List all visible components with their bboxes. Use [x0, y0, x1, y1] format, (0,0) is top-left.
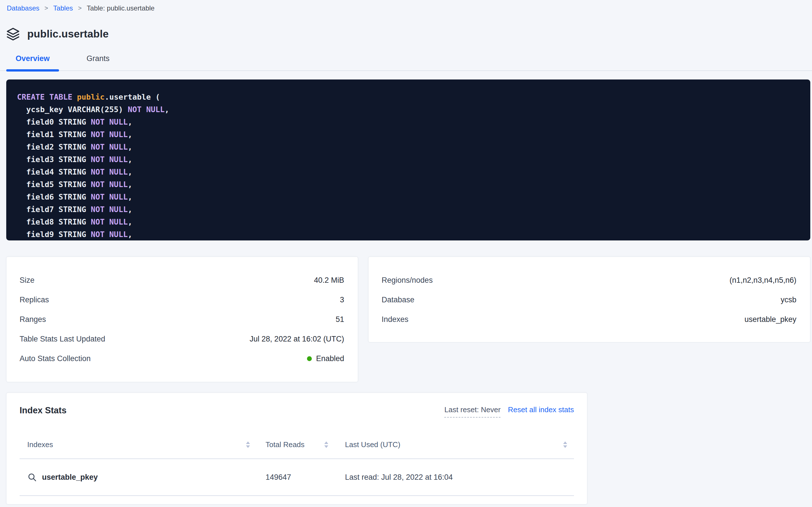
sort-arrows-icon[interactable] — [563, 441, 567, 448]
sql-code-line: field5 STRING NOT NULL, — [17, 178, 805, 191]
summary-value: 51 — [336, 315, 344, 324]
table-summary-card: Size40.2 MiBReplicas3Ranges51Table Stats… — [6, 257, 358, 382]
sql-code-line: field6 STRING NOT NULL, — [17, 191, 805, 203]
sql-code-line: CREATE TABLE public.usertable ( — [17, 91, 805, 103]
summary-value: Jul 28, 2022 at 16:02 (UTC) — [250, 335, 344, 343]
tab-grants[interactable]: Grants — [77, 54, 119, 70]
index-stats-table-header: Indexes Total Reads Last Used (UTC) — [19, 431, 574, 459]
sql-code-line: field1 STRING NOT NULL, — [17, 128, 805, 141]
column-header-total-reads[interactable]: Total Reads — [265, 440, 304, 449]
summary-row: Ranges51 — [19, 310, 344, 329]
database-summary-card: Regions/nodes(n1,n2,n3,n4,n5,n6)Database… — [368, 257, 810, 342]
summary-row: Size40.2 MiB — [19, 271, 344, 290]
sql-code-line: field3 STRING NOT NULL, — [17, 153, 805, 166]
summary-row: Replicas3 — [19, 290, 344, 310]
summary-label: Regions/nodes — [382, 276, 433, 285]
sql-code-line: field2 STRING NOT NULL, — [17, 141, 805, 153]
summary-row: Table Stats Last UpdatedJul 28, 2022 at … — [19, 329, 344, 349]
layers-icon — [6, 27, 20, 41]
tab-overview-label: Overview — [16, 54, 50, 63]
table-row: usertable_pkey149647Last read: Jul 28, 2… — [19, 459, 574, 496]
summary-label: Replicas — [19, 295, 49, 304]
summary-value: Enabled — [307, 354, 344, 363]
chevron-right-icon: > — [45, 5, 48, 12]
create-table-sql-box: CREATE TABLE public.usertable ( ycsb_key… — [6, 79, 810, 240]
index-stats-table-body: usertable_pkey149647Last read: Jul 28, 2… — [19, 459, 574, 496]
total-reads-cell: 149647 — [255, 473, 334, 482]
summary-row: Regions/nodes(n1,n2,n3,n4,n5,n6) — [382, 271, 796, 290]
sql-code-line: field7 STRING NOT NULL, — [17, 203, 805, 216]
summary-value: 40.2 MiB — [314, 276, 344, 285]
index-stats-card: Index Stats Last reset: Never Reset all … — [6, 393, 587, 504]
summary-value: 3 — [340, 295, 344, 304]
status-dot-green — [307, 356, 312, 361]
column-header-last-used[interactable]: Last Used (UTC) — [345, 440, 400, 449]
last-reset-label[interactable]: Last reset: Never — [444, 405, 500, 417]
tabbar: Overview Grants — [0, 53, 812, 71]
column-header-indexes[interactable]: Indexes — [27, 440, 53, 449]
summary-value: (n1,n2,n3,n4,n5,n6) — [730, 276, 796, 285]
summary-label: Ranges — [19, 315, 46, 324]
summary-row: Databaseycsb — [382, 290, 796, 310]
summary-cards-row: Size40.2 MiBReplicas3Ranges51Table Stats… — [6, 257, 810, 382]
summary-value: usertable_pkey — [745, 315, 796, 324]
breadcrumb: Databases > Tables > Table: public.usert… — [0, 0, 812, 12]
breadcrumb-link-tables[interactable]: Tables — [53, 4, 73, 12]
sql-code: CREATE TABLE public.usertable ( ycsb_key… — [17, 91, 805, 240]
summary-label: Table Stats Last Updated — [19, 335, 105, 343]
index-stats-actions: Last reset: Never Reset all index stats — [444, 405, 574, 417]
sql-code-line: field0 STRING NOT NULL, — [17, 116, 805, 128]
page-title: public.usertable — [27, 28, 109, 40]
sql-code-line: field9 STRING NOT NULL, — [17, 228, 805, 240]
search-icon — [27, 472, 37, 482]
summary-row: Auto Stats CollectionEnabled — [19, 349, 344, 369]
sql-code-line: field8 STRING NOT NULL, — [17, 216, 805, 228]
summary-label: Auto Stats Collection — [19, 354, 91, 363]
sql-code-line: field4 STRING NOT NULL, — [17, 166, 805, 178]
active-tab-underline — [6, 69, 59, 71]
index-name-cell[interactable]: usertable_pkey — [19, 472, 255, 482]
chevron-right-icon: > — [78, 5, 82, 12]
sql-code-line: ycsb_key VARCHAR(255) NOT NULL, — [17, 103, 805, 116]
last-used-cell: Last read: Jul 28, 2022 at 16:04 — [334, 473, 574, 482]
sort-arrows-icon[interactable] — [324, 441, 328, 448]
breadcrumb-link-databases[interactable]: Databases — [7, 4, 40, 12]
sort-arrows-icon[interactable] — [246, 441, 250, 448]
tab-grants-label: Grants — [86, 54, 110, 63]
summary-row: Indexesusertable_pkey — [382, 310, 796, 329]
index-stats-header: Index Stats Last reset: Never Reset all … — [19, 405, 574, 417]
breadcrumb-current: Table: public.usertable — [87, 4, 154, 12]
summary-label: Indexes — [382, 315, 409, 324]
page-header: public.usertable — [6, 27, 812, 42]
summary-value: ycsb — [780, 295, 796, 304]
index-stats-title: Index Stats — [19, 405, 66, 415]
reset-all-index-stats-link[interactable]: Reset all index stats — [508, 405, 574, 414]
summary-label: Database — [382, 295, 415, 304]
index-name: usertable_pkey — [42, 473, 98, 482]
tab-overview[interactable]: Overview — [6, 54, 59, 70]
summary-label: Size — [19, 276, 35, 285]
